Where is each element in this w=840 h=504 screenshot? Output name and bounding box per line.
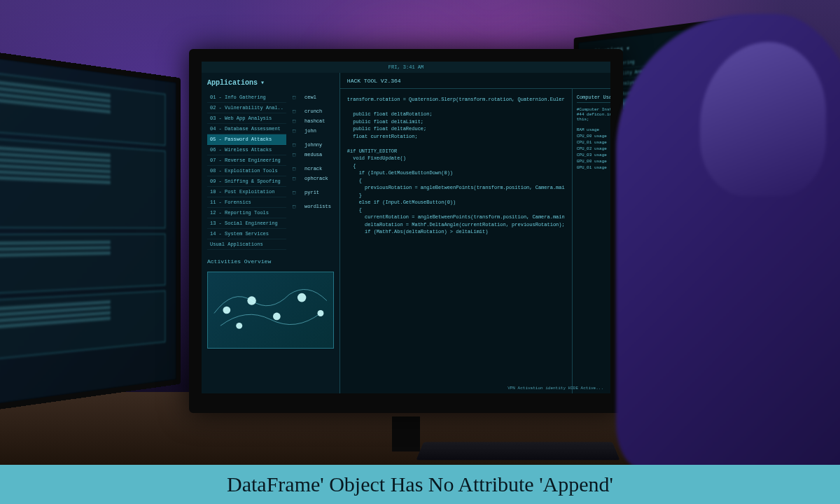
sidebar-item-14[interactable]: Usual Applications	[207, 239, 286, 250]
applications-sidebar: Applications ▾ 01 - Info Gathering02 - V…	[202, 73, 340, 393]
tool-name[interactable]: medusa	[302, 150, 334, 160]
tool-name[interactable]: johnny	[302, 140, 334, 150]
tool-name[interactable]: cewl	[302, 92, 334, 102]
tool-icon: ⬚	[289, 150, 299, 160]
caption-text: DataFrame' Object Has No Attribute 'Appe…	[227, 472, 613, 496]
tool-icon: ⬚	[289, 202, 299, 211]
tool-icon: ⬚	[289, 92, 299, 102]
map-panel[interactable]	[207, 272, 334, 349]
sidebar-item-3[interactable]: 04 - Database Assessment	[207, 124, 286, 134]
sidebar-title: Applications	[207, 79, 258, 87]
tool-name[interactable]: wordlists	[302, 202, 334, 211]
sidebar-item-8[interactable]: 09 - Sniffing & Spoofing	[207, 176, 286, 187]
usage-row: CPU_00 usage16%	[577, 134, 610, 139]
tool-icon: ⬚	[289, 140, 299, 150]
sidebar-item-11[interactable]: 12 - Reporting Tools	[207, 208, 286, 218]
tool-icon: ⬚	[289, 164, 299, 174]
tool-name[interactable]: ncrack	[302, 164, 334, 174]
sidebar-item-9[interactable]: 10 - Post Exploitation	[207, 187, 286, 197]
svg-point-1	[247, 296, 256, 305]
activities-overview-label[interactable]: Activities Overview	[207, 258, 334, 265]
svg-point-3	[298, 293, 307, 302]
sidebar-item-0[interactable]: 01 - Info Gathering	[207, 92, 286, 103]
usage-row: CPU_02 usage29%	[577, 146, 610, 151]
tool-title: HACK TOOL V2.364	[347, 78, 401, 84]
topbar: FRI, 3:41 AM	[202, 62, 610, 73]
usage-sub1: #Computer Instance = 7%	[577, 107, 610, 112]
svg-point-0	[223, 307, 230, 314]
svg-point-5	[236, 323, 242, 329]
sidebar-item-5[interactable]: 06 - Wireless Attacks	[207, 145, 286, 155]
tool-icon: ⬚	[289, 174, 299, 183]
tool-name[interactable]: crunch	[302, 106, 334, 116]
sidebar-item-2[interactable]: 03 - Web App Analysis	[207, 113, 286, 124]
caption-bar: DataFrame' Object Has No Attribute 'Appe…	[0, 465, 840, 504]
code-editor[interactable]: transform.rotation = Quaternion.Slerp(tr…	[340, 89, 572, 393]
usage-row: CPU_03 usage5%	[577, 153, 610, 158]
tool-name[interactable]: pyrit	[302, 188, 334, 197]
sidebar-item-12[interactable]: 13 - Social Engineering	[207, 218, 286, 229]
chevron-down-icon: ▾	[260, 78, 265, 87]
sidebar-item-10[interactable]: 11 - Forensics	[207, 197, 286, 208]
tool-name[interactable]: ophcrack	[302, 174, 334, 183]
tool-name[interactable]: hashcat	[302, 116, 334, 126]
usage-panel: Computer Usage #Computer Instance = 7% #…	[572, 89, 610, 393]
center-monitor: FRI, 3:41 AM Applications ▾ 01 - Info Ga…	[189, 49, 623, 413]
sidebar-item-7[interactable]: 08 - Exploitation Tools	[207, 166, 286, 176]
usage-row: CPU_01 usage23%	[577, 140, 610, 145]
sidebar-header[interactable]: Applications ▾	[207, 78, 334, 87]
tool-name[interactable]: john	[302, 126, 334, 136]
usage-row: GPU_01 usage7%	[577, 165, 610, 170]
sidebar-item-6[interactable]: 07 - Reverse Engineering	[207, 155, 286, 166]
vpn-status: VPN Activation identity HIDE Active...	[507, 386, 603, 391]
person-silhouette	[616, 14, 840, 469]
topbar-time: FRI, 3:41 AM	[388, 64, 424, 70]
sidebar-item-1[interactable]: 02 - Vulnerability Anal..	[207, 103, 286, 113]
usage-header: Computer Usage	[577, 94, 610, 103]
keyboard	[416, 442, 620, 461]
tool-icon: ⬚	[289, 126, 299, 136]
svg-point-2	[273, 313, 281, 321]
sidebar-item-4[interactable]: 05 - Password Attacks	[207, 134, 286, 145]
sidebar-item-13[interactable]: 14 - System Services	[207, 229, 286, 239]
svg-point-4	[317, 310, 323, 316]
usage-row: GPU_00 usage7%	[577, 159, 610, 164]
tool-icon: ⬚	[289, 106, 299, 116]
tool-icon: ⬚	[289, 116, 299, 126]
usage-sub2: #44 deficon.instance Wall = this;	[577, 112, 610, 122]
usage-row: RAM usage7%	[577, 127, 610, 132]
left-monitor	[0, 45, 181, 417]
tool-icon: ⬚	[289, 188, 299, 197]
